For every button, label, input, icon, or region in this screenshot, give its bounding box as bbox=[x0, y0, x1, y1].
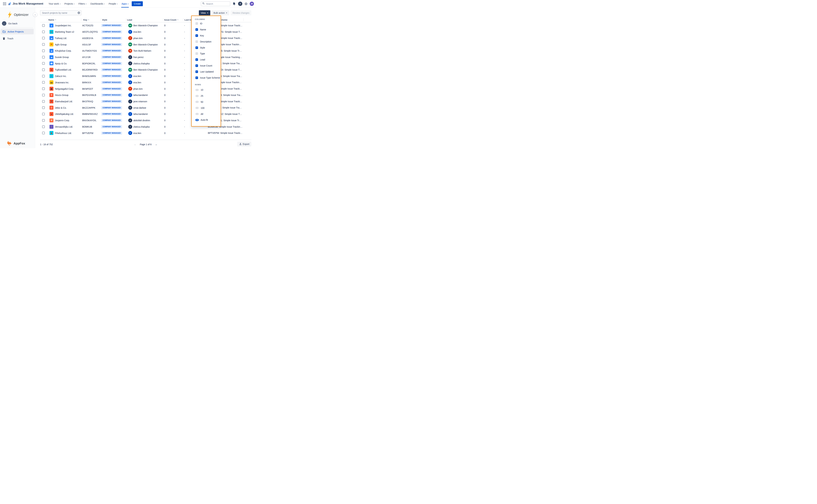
project-name-link[interactable]: Jebiz & Co. bbox=[55, 105, 67, 111]
sidebar-item-active-projects[interactable]: Active Projects bbox=[1, 29, 34, 34]
table-row: ▬Jinaceara Inc.BIRKIVXCOMPANY MANAGEDEev… bbox=[35, 79, 256, 86]
page-indicator: Page 1 of 6 bbox=[140, 143, 152, 146]
global-search-input[interactable] bbox=[201, 1, 230, 6]
project-name-link[interactable]: Uletefojakukig Ltd. bbox=[55, 111, 74, 117]
rows-option-100[interactable]: 100 bbox=[192, 105, 221, 111]
project-name-link[interactable]: Agfo Group bbox=[55, 41, 67, 48]
create-button[interactable]: Create bbox=[132, 1, 143, 6]
table-row: ☰Jebiz & Co.BKZZJHPPKCOMPANY MANAGEDOoma… bbox=[35, 105, 256, 111]
project-name-link[interactable]: Tujifunekbel Ltd. bbox=[55, 67, 72, 73]
column-toggle-label: Key bbox=[200, 34, 204, 37]
lead-avatar: P bbox=[128, 87, 132, 91]
cloud-icon: ☁ bbox=[50, 55, 53, 59]
row-checkbox[interactable] bbox=[42, 37, 45, 39]
column-header-name[interactable]: Name▲▼ bbox=[48, 18, 56, 22]
row-checkbox[interactable] bbox=[42, 87, 45, 90]
row-checkbox[interactable] bbox=[42, 106, 45, 109]
rows-option-10[interactable]: 10 bbox=[192, 87, 221, 93]
nav-item-your-work[interactable]: Your work▾ bbox=[47, 0, 62, 8]
project-name-link[interactable]: Vensazofojku Ltd. bbox=[55, 124, 73, 130]
project-name-link[interactable]: Susiok Group bbox=[55, 54, 69, 60]
app-switcher-icon[interactable] bbox=[2, 1, 7, 6]
column-toggle-lead[interactable]: ✓Lead bbox=[192, 57, 221, 63]
company-managed-badge: COMPANY MANAGED bbox=[101, 94, 122, 97]
next-page-arrow-icon[interactable]: → bbox=[155, 143, 157, 146]
row-checkbox[interactable] bbox=[42, 56, 45, 58]
clear-search-icon[interactable]: ✕ bbox=[78, 12, 80, 14]
project-name-link[interactable]: Apoju & Co. bbox=[55, 60, 67, 67]
project-name-link[interactable]: Josjanro Corp. bbox=[55, 117, 70, 124]
rows-option-50[interactable]: 50 bbox=[192, 99, 221, 105]
row-checkbox[interactable] bbox=[42, 125, 45, 128]
project-name-link[interactable]: Tuthooj Ltd. bbox=[55, 35, 67, 41]
last-updated: - bbox=[184, 22, 185, 29]
view-button[interactable]: View▼ bbox=[199, 10, 210, 15]
row-checkbox[interactable] bbox=[42, 75, 45, 77]
project-name-link[interactable]: Nelgutagaful Corp. bbox=[55, 86, 74, 92]
column-header-style[interactable]: Style bbox=[102, 18, 107, 22]
rows-option-all[interactable]: All bbox=[192, 111, 221, 117]
project-name-link[interactable]: Zafuczi Inc. bbox=[55, 73, 67, 79]
row-checkbox[interactable] bbox=[42, 68, 45, 71]
project-style-cell: COMPANY MANAGED bbox=[101, 35, 122, 41]
sidebar-item-trash[interactable]: Trash bbox=[1, 36, 34, 41]
project-name-link[interactable]: Kihujlufuw Corp. bbox=[55, 48, 72, 54]
project-name-link[interactable]: Juupobejani Inc. bbox=[55, 22, 72, 29]
project-name-link[interactable]: Etamubazjod Ltd. bbox=[55, 98, 73, 105]
row-checkbox[interactable] bbox=[42, 62, 45, 65]
row-checkbox[interactable] bbox=[42, 50, 45, 52]
previous-page-arrow-icon[interactable]: ← bbox=[134, 143, 137, 146]
row-checkbox[interactable] bbox=[42, 113, 45, 115]
column-toggle-last-updated[interactable]: ✓Last Updated bbox=[192, 69, 221, 75]
go-back-button[interactable]: ← Go back bbox=[2, 21, 17, 26]
row-checkbox[interactable] bbox=[42, 81, 45, 84]
project-search-input[interactable] bbox=[40, 10, 81, 15]
rows-option-label: 25 bbox=[201, 95, 203, 97]
column-toggle-key[interactable]: ✓Key bbox=[192, 33, 221, 39]
project-key: BPTVEPW bbox=[82, 130, 93, 136]
sidebar-collapse-button[interactable]: ‹ bbox=[33, 12, 37, 17]
row-checkbox[interactable] bbox=[42, 119, 45, 122]
folder-icon bbox=[3, 30, 6, 33]
settings-gear-icon[interactable]: ⚙ bbox=[244, 2, 248, 6]
bulk-action-button[interactable]: Bulk action▼ bbox=[212, 10, 229, 15]
issue-type-scheme: BPTVEPW: Simple Issue Tracking Issue Typ… bbox=[208, 130, 242, 136]
column-header-issue-count[interactable]: Issue Count▲▼ bbox=[164, 18, 178, 22]
column-header-key[interactable]: Key▲▼ bbox=[83, 18, 89, 22]
project-name-link[interactable]: Marketing Team v2 bbox=[55, 29, 74, 35]
column-header-lead[interactable]: Lead bbox=[127, 18, 132, 22]
column-toggle-issue-count[interactable]: ✓Issue Count bbox=[192, 63, 221, 69]
column-toggle-issue-type-scheme[interactable]: ✓Issue Type Scheme bbox=[192, 75, 221, 81]
nav-item-dashboards[interactable]: Dashboards▾ bbox=[89, 0, 106, 8]
nav-item-apps[interactable]: Apps▾ bbox=[120, 0, 130, 8]
user-avatar[interactable]: JR bbox=[250, 2, 254, 6]
row-checkbox[interactable] bbox=[42, 31, 45, 33]
rows-option-25[interactable]: 25 bbox=[192, 93, 221, 99]
project-key: BKZZJHPPK bbox=[82, 105, 95, 111]
rows-option-auto-fit[interactable]: Auto-fit bbox=[192, 117, 221, 123]
help-icon[interactable]: ? bbox=[238, 2, 242, 6]
notifications-bell-icon[interactable] bbox=[232, 2, 236, 6]
column-toggle-description[interactable]: Description bbox=[192, 39, 221, 45]
project-name-link[interactable]: Hovzu Group bbox=[55, 92, 68, 98]
row-checkbox[interactable] bbox=[42, 94, 45, 96]
sort-arrows-icon[interactable]: ▲▼ bbox=[88, 19, 89, 21]
nav-item-projects[interactable]: Projects▾ bbox=[63, 0, 76, 8]
nav-item-filters[interactable]: Filters▾ bbox=[77, 0, 88, 8]
chevron-down-icon: ▾ bbox=[86, 3, 87, 5]
column-toggle-type[interactable]: Type bbox=[192, 51, 221, 57]
column-toggle-id[interactable]: ID bbox=[192, 21, 221, 27]
sort-arrows-icon[interactable]: ▲▼ bbox=[55, 19, 56, 21]
jira-brand[interactable]: Jira Work Management bbox=[8, 2, 43, 6]
nav-item-people[interactable]: People▾ bbox=[107, 0, 119, 8]
column-toggle-name[interactable]: ✓Name bbox=[192, 27, 221, 33]
project-name-link[interactable]: Fiheluohvuc Ltd. bbox=[55, 130, 72, 136]
export-button[interactable]: Export bbox=[237, 142, 251, 147]
project-name-link[interactable]: Jinaceara Inc. bbox=[55, 79, 69, 86]
row-checkbox[interactable] bbox=[42, 100, 45, 103]
column-toggle-style[interactable]: ✓Style bbox=[192, 45, 221, 51]
row-checkbox[interactable] bbox=[42, 43, 45, 46]
row-checkbox[interactable] bbox=[42, 24, 45, 27]
sort-arrows-icon[interactable]: ▲▼ bbox=[177, 19, 178, 21]
row-checkbox[interactable] bbox=[42, 132, 45, 134]
